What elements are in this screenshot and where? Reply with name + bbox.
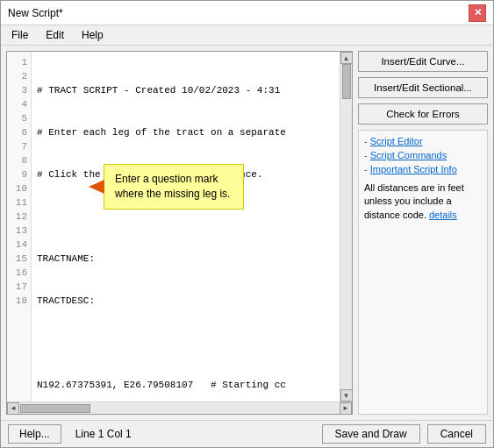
scroll-up-arrow[interactable]: ▲ — [340, 52, 353, 64]
dash-1: - — [364, 136, 370, 146]
hscroll-thumb[interactable] — [20, 404, 90, 413]
scroll-down-arrow[interactable]: ▼ — [340, 389, 353, 402]
line-numbers: 1 2 3 4 5 6 7 8 9 10 11 12 13 14 15 16 1 — [7, 52, 32, 402]
editor-panel: 1 2 3 4 5 6 7 8 9 10 11 12 13 14 15 16 1 — [6, 51, 353, 415]
dash-2: - — [364, 150, 370, 160]
hscroll-left-arrow[interactable]: ◄ — [7, 402, 19, 415]
menu-help[interactable]: Help — [78, 28, 107, 42]
window-title: New Script* — [8, 7, 63, 19]
hscroll-right-arrow[interactable]: ► — [340, 402, 352, 415]
cancel-button[interactable]: Cancel — [427, 424, 486, 444]
details-link[interactable]: details — [429, 210, 457, 220]
main-window: New Script* ✕ File Edit Help 1 2 3 4 5 6… — [0, 0, 494, 448]
editor-content: 1 2 3 4 5 6 7 8 9 10 11 12 13 14 15 16 1 — [7, 52, 352, 402]
dash-3: - — [364, 164, 370, 174]
check-for-errors-button[interactable]: Check for Errors — [358, 103, 488, 124]
horizontal-scrollbar[interactable]: ◄ ► — [7, 402, 352, 414]
main-area: 1 2 3 4 5 6 7 8 9 10 11 12 13 14 15 16 1 — [1, 46, 493, 420]
code-editor[interactable]: # TRACT SCRIPT - Created 10/02/2023 - 4:… — [32, 52, 340, 402]
scroll-thumb[interactable] — [342, 64, 351, 99]
help-button[interactable]: Help... — [8, 424, 61, 444]
important-script-info-link[interactable]: Important Script Info — [370, 164, 457, 174]
save-and-draw-button[interactable]: Save and Draw — [322, 424, 420, 444]
insert-edit-curve-button[interactable]: Insert/Edit Curve... — [358, 51, 488, 72]
right-panel: Insert/Edit Curve... Insert/Edit Section… — [358, 51, 488, 415]
scroll-track[interactable] — [341, 64, 352, 389]
hscroll-track[interactable] — [20, 403, 339, 414]
menu-file[interactable]: File — [8, 28, 32, 42]
script-commands-link[interactable]: Script Commands — [370, 150, 447, 160]
script-editor-link[interactable]: Script Editor — [370, 136, 423, 146]
menu-bar: File Edit Help — [1, 25, 493, 46]
close-button[interactable]: ✕ — [469, 4, 486, 22]
menu-edit[interactable]: Edit — [42, 28, 68, 42]
info-box: - Script Editor - Script Commands - Impo… — [358, 130, 488, 415]
insert-edit-sectional-button[interactable]: Insert/Edit Sectional... — [358, 77, 488, 98]
cursor-position: Line 1 Col 1 — [68, 428, 315, 440]
title-bar: New Script* ✕ — [1, 1, 493, 25]
vertical-scrollbar[interactable]: ▲ ▼ — [340, 52, 352, 402]
status-bar: Help... Line 1 Col 1 Save and Draw Cance… — [1, 420, 493, 447]
